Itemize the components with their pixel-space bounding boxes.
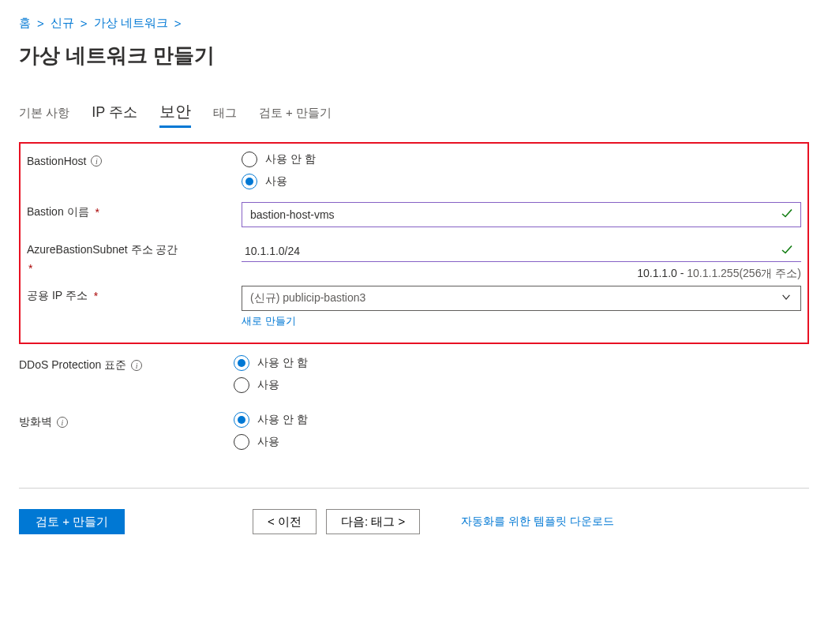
public-ip-selected-value: (신규) publicip-bastion3: [250, 291, 365, 305]
breadcrumb-new[interactable]: 신규: [51, 16, 74, 31]
check-icon: [781, 244, 793, 259]
bastion-subnet-input[interactable]: [242, 240, 801, 262]
bastion-section-highlight: BastionHost i 사용 안 함 사용 Bastion 이름 *: [19, 142, 809, 344]
ddos-enable-radio[interactable]: 사용: [234, 377, 809, 393]
review-create-button[interactable]: 검토 + 만들기: [19, 509, 125, 534]
radio-label: 사용 안 함: [257, 413, 308, 427]
subnet-range-text: 10.1.1.0 - 10.1.1.255(256개 주소): [242, 267, 801, 281]
tab-strip: 기본 사항 IP 주소 보안 태그 검토 + 만들기: [19, 101, 809, 128]
radio-label: 사용: [257, 435, 279, 449]
firewall-label: 방화벽 i: [19, 412, 234, 429]
page-title: 가상 네트워크 만들기: [19, 42, 809, 69]
radio-label: 사용: [265, 174, 287, 189]
info-icon[interactable]: i: [91, 155, 102, 167]
info-icon[interactable]: i: [131, 360, 142, 371]
tab-security[interactable]: 보안: [159, 101, 191, 128]
footer-actions: 검토 + 만들기 < 이전 다음: 태그 > 자동화를 위한 템플릿 다운로드: [19, 509, 809, 534]
bastion-name-label: Bastion 이름 *: [27, 202, 242, 219]
breadcrumb: 홈 > 신규 > 가상 네트워크 >: [19, 16, 809, 31]
bastion-host-disable-radio[interactable]: 사용 안 함: [242, 152, 801, 167]
bastion-host-enable-radio[interactable]: 사용: [242, 174, 801, 189]
info-icon[interactable]: i: [57, 417, 68, 428]
firewall-disable-radio[interactable]: 사용 안 함: [234, 412, 809, 428]
tab-ip-addresses[interactable]: IP 주소: [92, 103, 137, 126]
radio-label: 사용 안 함: [265, 152, 316, 167]
radio-label: 사용 안 함: [257, 356, 308, 370]
breadcrumb-home[interactable]: 홈: [19, 16, 31, 31]
radio-label: 사용: [257, 378, 279, 392]
create-new-public-ip-link[interactable]: 새로 만들기: [242, 314, 296, 328]
tab-review-create[interactable]: 검토 + 만들기: [259, 106, 332, 125]
bastion-name-input[interactable]: [242, 202, 801, 227]
breadcrumb-vnet[interactable]: 가상 네트워크: [94, 16, 168, 31]
next-button[interactable]: 다음: 태그 >: [326, 509, 420, 534]
breadcrumb-sep: >: [37, 17, 44, 30]
public-ip-select[interactable]: (신규) publicip-bastion3: [242, 286, 801, 311]
tab-tags[interactable]: 태그: [213, 106, 237, 125]
tab-basics[interactable]: 기본 사항: [19, 106, 69, 125]
check-icon: [781, 208, 793, 223]
ddos-disable-radio[interactable]: 사용 안 함: [234, 355, 809, 371]
bastion-subnet-label: AzureBastionSubnet 주소 공간 *: [27, 240, 242, 275]
breadcrumb-sep: >: [174, 17, 182, 30]
download-template-link[interactable]: 자동화를 위한 템플릿 다운로드: [461, 515, 614, 529]
public-ip-label: 공용 IP 주소 *: [27, 286, 242, 303]
firewall-enable-radio[interactable]: 사용: [234, 434, 809, 450]
chevron-down-icon: [781, 292, 792, 305]
breadcrumb-sep: >: [81, 17, 88, 30]
ddos-label: DDoS Protection 표준 i: [19, 355, 234, 373]
footer-divider: [19, 488, 809, 489]
bastion-host-label: BastionHost i: [27, 152, 242, 167]
previous-button[interactable]: < 이전: [253, 509, 317, 534]
